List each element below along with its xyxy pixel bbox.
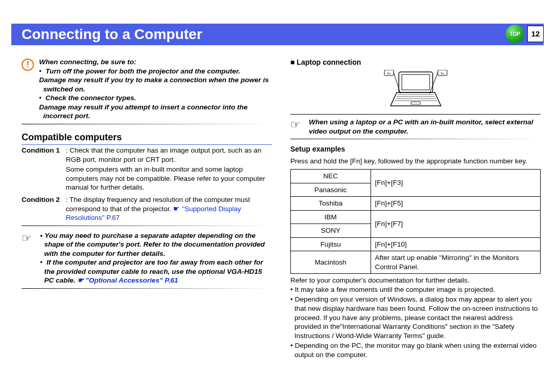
svg-rect-6	[411, 102, 420, 104]
setup-intro: Press and hold the [Fn] key, followed by…	[290, 157, 541, 166]
key-cell: [Fn]+[F10]	[371, 237, 540, 251]
optional-accessories-link[interactable]: "Optional Accessories" P.61	[85, 276, 178, 284]
brand-cell: SONY	[291, 224, 371, 238]
hand-point-icon: ☞	[290, 118, 305, 136]
tip-item-2: If the computer and projector are too fa…	[44, 258, 272, 285]
page-number: 12	[531, 29, 540, 39]
table-row: Fujitsu [Fn]+[F10]	[291, 237, 541, 251]
divider	[22, 124, 272, 124]
tip-box-1: ☞ You may need to purchase a separate ad…	[22, 231, 272, 285]
brand-cell: NEC	[291, 170, 371, 183]
laptop-icon: Fn Fx	[382, 70, 449, 110]
title-bar: Connecting to a Computer	[11, 24, 544, 45]
table-row: Toshiba [Fn]+[F5]	[291, 197, 541, 211]
setup-after: Refer to your computer's documentation f…	[290, 276, 541, 285]
brand-cell: Macintosh	[291, 251, 371, 274]
note-1: It may take a few moments until the comp…	[294, 285, 541, 294]
tip2-text: When using a laptop or a PC with an in-b…	[309, 118, 541, 136]
caution-item-1: Turn off the power for both the projecto…	[43, 67, 272, 94]
setup-notes: It may take a few moments until the comp…	[290, 285, 541, 359]
top-button-label: TOP	[510, 31, 520, 38]
caution-icon: !	[22, 59, 34, 71]
right-column: ■ Laptop connection Fn Fx	[290, 58, 541, 382]
svg-line-10	[430, 72, 438, 94]
setup-heading: Setup examples	[290, 144, 541, 154]
left-column: ! When connecting, be sure to: Turn off …	[22, 58, 272, 382]
page-number-box: 12	[527, 26, 544, 42]
brand-cell: IBM	[291, 210, 371, 224]
table-row: NEC [Fn]+[F3]	[291, 170, 541, 183]
caution-body: When connecting, be sure to: Turn off th…	[39, 58, 272, 121]
svg-rect-0	[399, 72, 433, 92]
compatible-heading: Compatible computers	[22, 132, 272, 145]
brand-cell: Toshiba	[291, 197, 371, 211]
tip-body: You may need to purchase a separate adap…	[40, 231, 272, 285]
note-2: Depending on your version of Windows, a …	[294, 295, 541, 340]
divider	[22, 288, 272, 289]
caution-list: Turn off the power for both the projecto…	[39, 67, 272, 121]
svg-line-9	[394, 72, 400, 94]
condition-2-label: Condition 2	[22, 195, 66, 222]
condition-1: Condition 1 : Check that the computer ha…	[22, 146, 272, 192]
note-3: Depending on the PC, the monitor may go …	[294, 341, 541, 359]
caution-item-2: Check the connector types. Damage may re…	[43, 94, 272, 121]
tip-box-2: ☞ When using a laptop or a PC with an in…	[290, 118, 541, 136]
hand-point-icon: ☞	[22, 231, 36, 285]
square-bullet-icon: ■	[290, 58, 297, 66]
brand-cell: Panasonic	[291, 183, 371, 197]
svg-text:Fx: Fx	[440, 72, 444, 75]
page-title: Connecting to a Computer	[22, 25, 202, 44]
pointer-icon: ☛	[78, 276, 86, 284]
tip-list: You may need to purchase a separate adap…	[40, 231, 272, 285]
setup-table: NEC [Fn]+[F3] Panasonic Toshiba [Fn]+[F5…	[290, 169, 541, 274]
pointer-icon: ☛	[173, 205, 182, 213]
condition-2: Condition 2 : The display frequency and …	[22, 195, 272, 222]
key-cell: [Fn]+[F5]	[371, 197, 540, 211]
divider	[22, 226, 272, 226]
svg-text:Fn: Fn	[387, 72, 391, 75]
table-row: Macintosh After start up enable "Mirrori…	[291, 251, 541, 274]
laptop-figure: Fn Fx	[290, 70, 541, 110]
condition-2-body: : The display frequency and resolution o…	[66, 195, 272, 222]
laptop-heading: ■ Laptop connection	[290, 58, 541, 67]
table-row: IBM [Fn]+[F7]	[291, 210, 541, 224]
divider	[290, 139, 541, 139]
condition-1-body: : Check that the computer has an image o…	[66, 146, 272, 192]
key-cell: [Fn]+[F7]	[371, 210, 540, 237]
divider	[290, 114, 541, 115]
key-cell: After start up enable "Mirroring" in the…	[371, 251, 540, 274]
top-button[interactable]: TOP	[506, 25, 524, 43]
caution-heading: When connecting, be sure to:	[39, 58, 272, 67]
tip-item-1: You may need to purchase a separate adap…	[44, 231, 272, 258]
key-cell: [Fn]+[F3]	[371, 170, 540, 197]
caution-box: ! When connecting, be sure to: Turn off …	[22, 58, 272, 121]
brand-cell: Fujitsu	[291, 237, 371, 251]
condition-1-label: Condition 1	[22, 146, 66, 192]
content-columns: ! When connecting, be sure to: Turn off …	[22, 58, 541, 382]
svg-rect-1	[402, 74, 430, 90]
